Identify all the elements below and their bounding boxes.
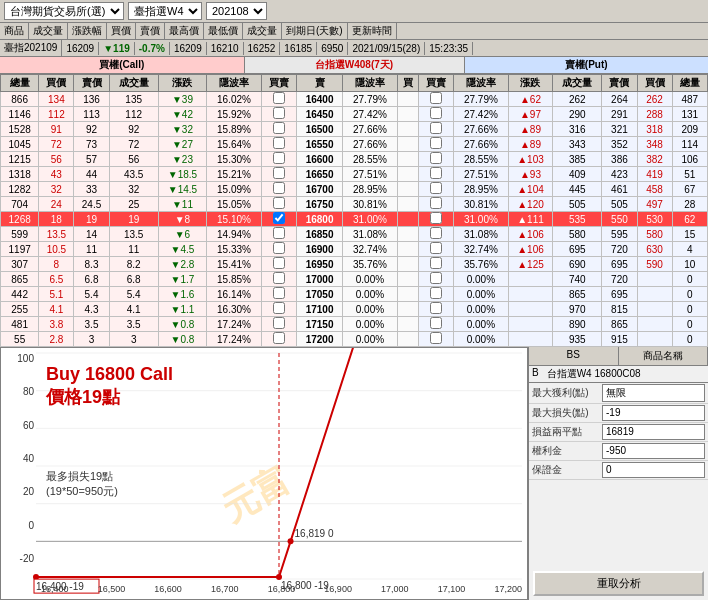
center-buy	[397, 212, 418, 227]
call-check[interactable]	[261, 272, 296, 287]
put-vol: 865	[553, 287, 602, 302]
call-ask: 5.4	[74, 287, 109, 302]
call-check[interactable]	[261, 302, 296, 317]
put-vol: 262	[553, 92, 602, 107]
put-check[interactable]	[418, 152, 453, 167]
put-change: ▲125	[508, 257, 552, 272]
put-vol: 535	[553, 212, 602, 227]
call-check[interactable]	[261, 242, 296, 257]
call-check[interactable]	[261, 152, 296, 167]
call-check[interactable]	[261, 167, 296, 182]
call-change: ▼1.1	[158, 302, 206, 317]
call-iv: 16.02%	[207, 92, 262, 107]
put-bid: 262	[637, 92, 672, 107]
center-iv: 30.81%	[343, 197, 398, 212]
put-total: 0	[672, 272, 707, 287]
put-check[interactable]	[418, 137, 453, 152]
options-table-container[interactable]: 總量 買價 賣價 成交量 漲跌 隱波率 買賣 賣 隱波率 買 買賣 隱波率 漲跌…	[0, 74, 708, 347]
call-check[interactable]	[261, 197, 296, 212]
put-bid: 497	[637, 197, 672, 212]
put-check[interactable]	[418, 197, 453, 212]
put-check[interactable]	[418, 227, 453, 242]
th-call-ask: 賣價	[74, 75, 109, 92]
call-ask: 24.5	[74, 197, 109, 212]
put-vol: 409	[553, 167, 602, 182]
options-table: 總量 買價 賣價 成交量 漲跌 隱波率 買賣 賣 隱波率 買 買賣 隱波率 漲跌…	[0, 74, 708, 347]
put-check[interactable]	[418, 212, 453, 227]
put-ask: 264	[602, 92, 637, 107]
th-call-vol: 成交量	[109, 75, 158, 92]
call-check[interactable]	[261, 227, 296, 242]
product-full-name: 台指選W4 16800C08	[547, 367, 641, 381]
call-total: 865	[1, 272, 39, 287]
analyze-button[interactable]: 重取分析	[533, 571, 704, 596]
put-iv: 30.81%	[454, 197, 509, 212]
high-label: 最高價	[165, 23, 204, 39]
call-change: ▼1.6	[158, 287, 206, 302]
strike-price: 16400	[296, 92, 342, 107]
exchange-select[interactable]: 台灣期貨交易所(選)	[4, 2, 124, 20]
call-check[interactable]	[261, 107, 296, 122]
call-ask: 19	[74, 212, 109, 227]
put-iv: 0.00%	[454, 287, 509, 302]
call-total: 307	[1, 257, 39, 272]
x-16500: 16,500	[98, 584, 126, 594]
change-pct-value: -0.7%	[135, 42, 170, 55]
put-check[interactable]	[418, 302, 453, 317]
call-check[interactable]	[261, 212, 296, 227]
center-iv: 0.00%	[343, 302, 398, 317]
put-iv: 0.00%	[454, 302, 509, 317]
call-vol: 3.5	[109, 317, 158, 332]
call-ask: 3	[74, 332, 109, 347]
put-check[interactable]	[418, 122, 453, 137]
low-label: 最低價	[204, 23, 243, 39]
put-bid: 630	[637, 242, 672, 257]
put-check[interactable]	[418, 317, 453, 332]
call-vol: 112	[109, 107, 158, 122]
put-check[interactable]	[418, 92, 453, 107]
put-check[interactable]	[418, 332, 453, 347]
call-check[interactable]	[261, 332, 296, 347]
call-vol: 92	[109, 122, 158, 137]
x-axis: 16,400 16,500 16,600 16,700 16,800 16,90…	[36, 579, 527, 599]
call-change: ▼39	[158, 92, 206, 107]
call-change: ▼0.8	[158, 317, 206, 332]
field-label-4: 保證金	[532, 463, 602, 477]
put-check[interactable]	[418, 107, 453, 122]
call-check[interactable]	[261, 137, 296, 152]
code-select[interactable]: 202108	[206, 2, 267, 20]
chart-inner: 16,819 016,800 -1916,400 -19 Buy 16800 C…	[36, 353, 522, 579]
th-center-iv: 隱波率	[343, 75, 398, 92]
put-check[interactable]	[418, 287, 453, 302]
put-check[interactable]	[418, 242, 453, 257]
put-check[interactable]	[418, 272, 453, 287]
call-check[interactable]	[261, 92, 296, 107]
put-check[interactable]	[418, 182, 453, 197]
strike-price: 16800	[296, 212, 342, 227]
product-select[interactable]: 臺指選W4	[128, 2, 202, 20]
put-vol: 290	[553, 107, 602, 122]
put-total: 67	[672, 182, 707, 197]
strike-price: 16900	[296, 242, 342, 257]
main-container: 台灣期貨交易所(選) 臺指選W4 202108 商品 成交量 漲跌幅 買價 賣價…	[0, 0, 708, 600]
call-check[interactable]	[261, 257, 296, 272]
time-value: 15:23:35	[425, 42, 473, 55]
th-call-bid: 買價	[39, 75, 74, 92]
svg-point-10	[288, 538, 294, 544]
put-change: ▲106	[508, 242, 552, 257]
put-bid: 580	[637, 227, 672, 242]
field-value-3: -950	[602, 443, 705, 459]
put-check[interactable]	[418, 257, 453, 272]
put-vol: 445	[553, 182, 602, 197]
call-check[interactable]	[261, 287, 296, 302]
y-40: 40	[23, 453, 34, 464]
call-check[interactable]	[261, 317, 296, 332]
call-total: 1146	[1, 107, 39, 122]
put-bid	[637, 302, 672, 317]
call-check[interactable]	[261, 122, 296, 137]
call-check[interactable]	[261, 182, 296, 197]
call-ask: 73	[74, 137, 109, 152]
center-buy	[397, 272, 418, 287]
call-iv: 17.24%	[207, 317, 262, 332]
put-check[interactable]	[418, 167, 453, 182]
